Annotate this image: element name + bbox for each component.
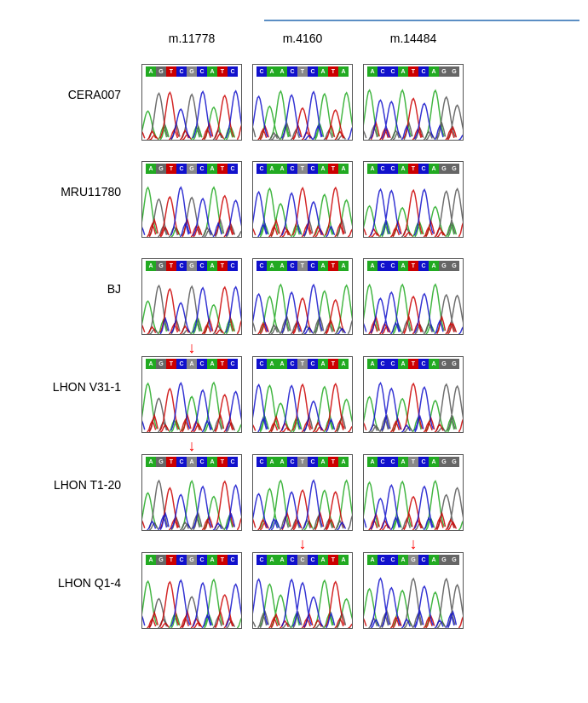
- base-letter: G: [408, 555, 418, 565]
- chroma-box-5-2: ACCAGCAGG: [363, 552, 464, 629]
- main-container: m.11778m.4160m.14484CERA007AGTCGCATCCAAC…: [0, 0, 588, 642]
- base-letter: C: [287, 261, 297, 271]
- base-letter: T: [328, 261, 338, 271]
- base-letter: C: [228, 261, 238, 271]
- peaks-4-0: [142, 469, 241, 530]
- base-letter: G: [449, 555, 459, 565]
- peaks-2-2: [364, 273, 463, 334]
- base-letter: A: [367, 164, 378, 174]
- base-letter: A: [338, 555, 349, 565]
- base-letter: A: [398, 457, 408, 467]
- cell-0-2: ACCATCAGG: [358, 49, 469, 141]
- base-letter: C: [197, 66, 207, 77]
- base-letter: A: [146, 164, 156, 174]
- base-letter: C: [388, 555, 398, 565]
- base-letter: A: [367, 261, 378, 271]
- base-letter: C: [287, 457, 297, 467]
- base-letter: C: [176, 359, 187, 369]
- chroma-box-3-0: AGTCACATC: [141, 356, 242, 433]
- base-letter: C: [228, 66, 238, 77]
- base-letter: C: [287, 555, 297, 565]
- data-row-3: LHON V31-1↓AGTCACATCCAACTCATAACCATCAGG: [9, 340, 579, 433]
- peaks-4-1: [253, 469, 352, 530]
- data-row-0: CERA007AGTCGCATCCAACTCATAACCATCAGG: [9, 49, 579, 141]
- base-letter: C: [228, 359, 238, 369]
- base-letter: C: [378, 164, 388, 174]
- base-letter: A: [429, 359, 439, 369]
- base-letter: T: [217, 164, 228, 174]
- chroma-box-0-2: ACCATCAGG: [363, 64, 464, 141]
- chroma-box-2-0: AGTCGCATC: [141, 258, 242, 335]
- cell-1-1: CAACTCATA: [247, 146, 358, 238]
- header-section: [9, 17, 579, 25]
- base-letter: C: [418, 457, 429, 467]
- peaks-5-1: [253, 567, 352, 628]
- base-letter: C: [308, 555, 318, 565]
- row-label-0: CERA007: [9, 88, 136, 101]
- base-letter: C: [197, 261, 207, 271]
- base-letter: C: [257, 457, 267, 467]
- base-letter: A: [277, 555, 287, 565]
- base-letter: G: [156, 457, 166, 467]
- base-letter: T: [217, 359, 228, 369]
- base-letter: A: [207, 457, 217, 467]
- base-letter: G: [156, 261, 166, 271]
- base-letter: T: [328, 66, 338, 77]
- base-letter: A: [338, 164, 349, 174]
- base-letter: C: [388, 66, 398, 77]
- row-label-4: LHON T1-20: [9, 478, 136, 492]
- base-letter: A: [267, 261, 277, 271]
- base-letter: T: [166, 555, 176, 565]
- cell-1-2: ACCATCAGG: [358, 146, 469, 238]
- base-letter: A: [338, 66, 349, 77]
- base-letter: A: [277, 457, 287, 467]
- base-letter: C: [308, 164, 318, 174]
- arrow-5-1: ↓: [299, 536, 307, 551]
- base-letter: G: [449, 66, 459, 77]
- table-container: m.11778m.4160m.14484CERA007AGTCGCATCCAAC…: [9, 32, 579, 634]
- col-header-2: m.14484: [358, 32, 469, 45]
- chroma-box-5-1: CAACCCATA: [252, 552, 353, 629]
- base-letter: A: [267, 555, 277, 565]
- base-letter: T: [217, 555, 228, 565]
- base-letter: A: [338, 359, 349, 369]
- base-letter: G: [439, 66, 449, 77]
- base-letter: A: [187, 457, 197, 467]
- base-letter: T: [166, 164, 176, 174]
- cell-5-2: ↓ACCAGCAGG: [358, 536, 469, 629]
- base-letter: A: [398, 555, 408, 565]
- chroma-box-0-0: AGTCGCATC: [141, 64, 242, 141]
- base-letter: T: [297, 164, 308, 174]
- row-label-3: LHON V31-1: [9, 380, 136, 394]
- col-header-0: m.11778: [136, 32, 247, 45]
- base-letter: A: [429, 261, 439, 271]
- base-letter: A: [429, 164, 439, 174]
- base-letter: T: [328, 555, 338, 565]
- base-letter: C: [287, 164, 297, 174]
- base-letter: A: [398, 261, 408, 271]
- base-letter: T: [217, 66, 228, 77]
- base-letter: A: [318, 164, 328, 174]
- base-letter: A: [146, 261, 156, 271]
- base-letter: C: [257, 164, 267, 174]
- base-letter: T: [297, 66, 308, 77]
- base-letter: A: [318, 359, 328, 369]
- base-letter: A: [338, 457, 349, 467]
- chroma-box-0-1: CAACTCATA: [252, 64, 353, 141]
- peaks-2-0: [142, 273, 241, 334]
- base-letter: A: [207, 555, 217, 565]
- cell-2-1: CAACTCATA: [247, 243, 358, 335]
- base-letter: G: [439, 359, 449, 369]
- base-letter: T: [217, 457, 228, 467]
- base-letter: A: [429, 555, 439, 565]
- cell-2-2: ACCATCAGG: [358, 243, 469, 335]
- base-letter: A: [318, 457, 328, 467]
- data-row-1: MRU11780AGTCGCATCCAACTCATAACCATCAGG: [9, 146, 579, 238]
- peaks-3-0: [142, 371, 241, 432]
- base-letter: C: [257, 66, 267, 77]
- base-letter: A: [207, 261, 217, 271]
- header-row: m.11778m.4160m.14484: [9, 32, 579, 45]
- base-letter: T: [166, 457, 176, 467]
- base-letter: C: [308, 66, 318, 77]
- base-letter: C: [228, 555, 238, 565]
